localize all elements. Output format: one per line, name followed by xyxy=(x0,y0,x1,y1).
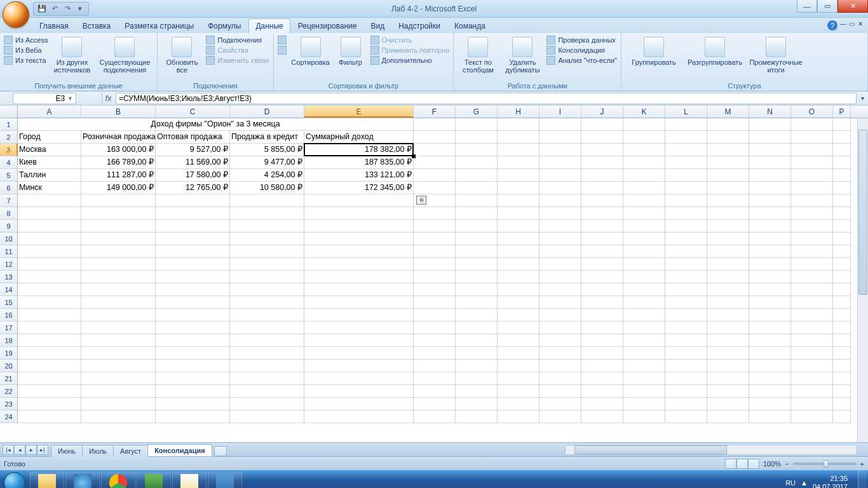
cell[interactable] xyxy=(456,398,498,410)
cell[interactable] xyxy=(81,296,156,309)
taskbar-notepad[interactable] xyxy=(172,471,207,488)
cell[interactable] xyxy=(304,233,414,245)
cell[interactable] xyxy=(81,347,156,360)
horizontal-scrollbar[interactable] xyxy=(565,445,857,455)
row-header[interactable]: 10 xyxy=(0,233,18,245)
cell[interactable] xyxy=(707,258,749,271)
maximize-button[interactable]: ▭ xyxy=(817,0,837,13)
cell[interactable] xyxy=(707,334,749,347)
cell[interactable] xyxy=(498,182,539,194)
tab-data[interactable]: Данные xyxy=(248,18,290,33)
cell[interactable] xyxy=(230,207,304,220)
cell[interactable] xyxy=(498,322,539,334)
cell[interactable] xyxy=(791,144,833,156)
cell[interactable] xyxy=(791,296,833,309)
sheet-tab-august[interactable]: Август xyxy=(113,445,148,457)
cell[interactable] xyxy=(539,144,581,156)
cell[interactable]: 163 000,00 ₽ xyxy=(81,144,156,156)
office-button[interactable] xyxy=(3,1,29,28)
cell[interactable] xyxy=(833,309,851,322)
insert-function-button[interactable]: fx xyxy=(102,93,114,104)
tray-flag-icon[interactable]: ▲ xyxy=(801,479,808,487)
cell[interactable] xyxy=(414,398,456,410)
cell[interactable] xyxy=(414,309,456,322)
cell[interactable] xyxy=(81,194,156,207)
cell[interactable] xyxy=(665,385,707,398)
cell[interactable] xyxy=(665,271,707,283)
cell[interactable] xyxy=(304,360,414,372)
cell[interactable] xyxy=(498,283,539,296)
cell[interactable] xyxy=(665,207,707,220)
cell[interactable] xyxy=(749,309,791,322)
autofill-options-button[interactable]: ⎘ xyxy=(416,196,426,205)
cell[interactable] xyxy=(833,360,851,372)
cell[interactable] xyxy=(749,410,791,423)
cell[interactable] xyxy=(18,398,81,410)
cell[interactable] xyxy=(456,169,498,182)
cell[interactable] xyxy=(581,207,623,220)
cell[interactable] xyxy=(304,334,414,347)
cell[interactable] xyxy=(156,334,230,347)
cell[interactable] xyxy=(539,347,581,360)
cell[interactable] xyxy=(791,118,833,131)
cell[interactable] xyxy=(539,194,581,207)
cell[interactable] xyxy=(749,322,791,334)
cell[interactable] xyxy=(833,156,851,169)
tray-lang[interactable]: RU xyxy=(785,479,796,487)
row-header[interactable]: 11 xyxy=(0,245,18,258)
cell[interactable] xyxy=(156,309,230,322)
sheet-nav-prev[interactable]: ◂ xyxy=(14,445,25,455)
taskbar-excel[interactable] xyxy=(137,471,171,488)
cell[interactable] xyxy=(498,296,539,309)
cell[interactable] xyxy=(498,360,539,372)
row-header[interactable]: 23 xyxy=(0,398,18,410)
row-header[interactable]: 14 xyxy=(0,283,18,296)
cell[interactable] xyxy=(498,385,539,398)
column-header[interactable]: N xyxy=(749,105,791,118)
cell[interactable] xyxy=(623,372,665,385)
cell[interactable] xyxy=(498,271,539,283)
cell[interactable] xyxy=(498,410,539,423)
cell[interactable] xyxy=(156,283,230,296)
cell[interactable] xyxy=(623,398,665,410)
cell[interactable] xyxy=(707,347,749,360)
cell[interactable] xyxy=(456,258,498,271)
cell[interactable] xyxy=(456,322,498,334)
cell[interactable] xyxy=(539,322,581,334)
cell[interactable] xyxy=(304,309,414,322)
connections-button[interactable]: Подключения xyxy=(206,36,269,44)
select-all-corner[interactable] xyxy=(0,105,18,118)
cell[interactable] xyxy=(18,309,81,322)
cell[interactable] xyxy=(581,182,623,194)
cell[interactable] xyxy=(707,309,749,322)
cell[interactable] xyxy=(414,334,456,347)
cell[interactable] xyxy=(498,245,539,258)
cell[interactable] xyxy=(456,131,498,144)
cell[interactable] xyxy=(749,245,791,258)
cell[interactable] xyxy=(156,398,230,410)
cell[interactable] xyxy=(456,410,498,423)
cell[interactable] xyxy=(623,347,665,360)
group-button[interactable]: Группировать xyxy=(625,34,682,66)
cell[interactable] xyxy=(498,156,539,169)
cell[interactable] xyxy=(833,347,851,360)
filter-button[interactable]: Фильтр xyxy=(335,34,367,66)
cell[interactable] xyxy=(81,322,156,334)
cell[interactable] xyxy=(791,334,833,347)
cell[interactable]: 172 345,00 ₽ xyxy=(304,182,414,194)
cell[interactable] xyxy=(833,220,851,233)
cell[interactable] xyxy=(156,347,230,360)
cell[interactable]: 9 477,00 ₽ xyxy=(230,156,304,169)
cell[interactable] xyxy=(581,258,623,271)
cell[interactable] xyxy=(304,245,414,258)
cell[interactable] xyxy=(539,131,581,144)
cell[interactable] xyxy=(707,118,749,131)
cell[interactable] xyxy=(665,118,707,131)
cell[interactable] xyxy=(498,207,539,220)
cell[interactable] xyxy=(156,233,230,245)
cell[interactable] xyxy=(456,309,498,322)
cell[interactable] xyxy=(81,410,156,423)
cell[interactable] xyxy=(539,182,581,194)
cell[interactable] xyxy=(581,131,623,144)
cell[interactable] xyxy=(749,258,791,271)
